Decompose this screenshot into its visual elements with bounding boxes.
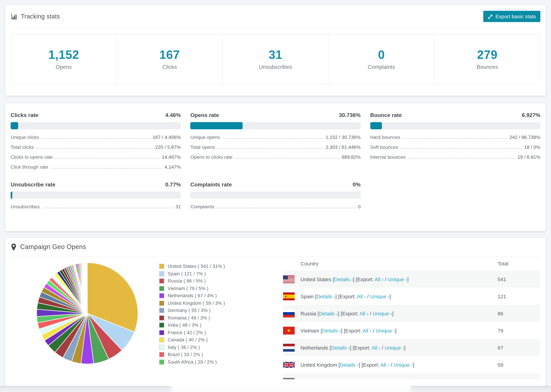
geo-pie-chart[interactable] <box>36 262 139 365</box>
es-flag <box>283 292 295 300</box>
export-unique-link[interactable]: Unique › <box>376 328 395 333</box>
details-link[interactable]: Details › <box>316 293 335 299</box>
rate-row-label: Opens to clicks rate <box>191 154 233 160</box>
details-link[interactable]: Details › <box>340 362 359 368</box>
rate-row-label: Clicks to opens rate <box>11 154 53 160</box>
total-column-header: Total <box>498 261 509 266</box>
legend-swatch <box>159 345 164 350</box>
country-cell: United Kingdom [Details ›] [Export: All … <box>300 362 414 368</box>
legend-swatch <box>159 315 164 321</box>
dotted-leader <box>42 208 173 208</box>
stat-label-unsubscribes: Unsubscribes <box>259 64 292 70</box>
export-all-link[interactable]: All › <box>380 362 389 368</box>
export-unique-link[interactable]: Unique › <box>388 276 407 282</box>
rate-rows: Complaints0 <box>191 204 361 210</box>
rate-row-label: Total clicks <box>11 144 34 150</box>
total-cell: 541 <box>498 276 506 282</box>
total-cell: 55 <box>498 379 503 379</box>
rate-value: 4.46% <box>165 112 181 118</box>
rate-title: Unsubscribe rate <box>11 182 55 188</box>
rate-row-value: 19 / 6.81% <box>517 154 540 160</box>
rate-rows: Unique clicks167 / 4.456%Total clicks220… <box>11 134 181 170</box>
legend-item-united-kingdom: United Kingdom ( 59 / 3% ) <box>159 300 225 307</box>
table-row-russia: Russia [Details ›] [Export: All › / Uniq… <box>283 305 540 322</box>
rate-value: 0% <box>353 182 360 188</box>
tracking-stats-header: Tracking stats Export basic stats <box>5 5 546 28</box>
details-link[interactable]: Details › <box>331 345 350 350</box>
geo-title: Campaign Geo Opens <box>20 243 86 251</box>
table-row-germany: Germany [Details ›] [Export: All › / Uni… <box>283 373 540 379</box>
rate-row-hard-bounces: Hard bounces242 / 86.738% <box>370 134 540 140</box>
rate-head-bounce-rate: Bounce rate6.927% <box>370 112 540 118</box>
stat-value-unsubscribes: 31 <box>269 48 282 62</box>
export-unique-link[interactable]: Unique › <box>370 293 389 299</box>
details-link[interactable]: Details › <box>319 310 338 316</box>
progress-fill <box>11 122 18 129</box>
export-unique-link[interactable]: Unique › <box>394 362 413 368</box>
country-cell: Vietnam [Details ›] [Export: All › / Uni… <box>300 328 396 333</box>
legend-label: Russia ( 86 / 5% ) <box>168 279 206 284</box>
rate-title: Bounce rate <box>370 112 402 118</box>
rate-row-value: 220 / 5.87% <box>155 144 181 150</box>
legend-label: Brazil ( 33 / 2% ) <box>168 352 203 357</box>
stat-label-complaints: Complaints <box>368 64 395 70</box>
progress-bar-complaints-rate <box>191 192 361 199</box>
export-unique-link[interactable]: Unique › <box>385 345 404 350</box>
rate-row-label: Internal bounces <box>370 154 406 160</box>
rate-row-unsubscribes: Unsubscribes31 <box>11 204 181 210</box>
legend-label: France ( 42 / 2% ) <box>168 330 206 335</box>
export-unique-link[interactable]: Unique › <box>373 310 392 316</box>
legend-label: United States ( 541 / 31% ) <box>168 264 225 269</box>
export-all-link[interactable]: All › <box>360 310 368 316</box>
export-basic-stats-button[interactable]: Export basic stats <box>483 11 540 22</box>
legend-swatch <box>159 293 164 298</box>
legend-label: Romania ( 49 / 3% ) <box>168 315 210 321</box>
legend-swatch <box>159 352 164 357</box>
rate-row-value: 2,303 / 61.446% <box>326 144 360 150</box>
legend-swatch <box>159 330 164 335</box>
export-all-link[interactable]: All › <box>363 328 372 333</box>
legend-item-south-africa: South Africa ( 29 / 2% ) <box>159 358 225 366</box>
export-all-link[interactable]: All › <box>372 345 380 350</box>
progress-fill <box>11 192 13 199</box>
legend-item-russia: Russia ( 86 / 5% ) <box>159 277 225 285</box>
country-cell: Netherlands [Details ›] [Export: All › /… <box>300 345 406 350</box>
rate-title: Complaints rate <box>191 182 232 188</box>
page-title: Tracking stats <box>21 13 60 20</box>
star-icon: ★ <box>287 328 291 333</box>
bar-chart-icon <box>11 13 17 20</box>
rate-row-label: Total opens <box>191 144 215 150</box>
table-row-united-kingdom: United Kingdom [Details ›] [Export: All … <box>283 356 540 373</box>
legend-item-vietnam: Vietnam ( 79 / 5% ) <box>159 285 225 292</box>
legend-label: United Kingdom ( 59 / 3% ) <box>168 301 225 306</box>
rate-head-opens-rate: Opens rate30.736% <box>191 112 361 118</box>
rate-row-label: Soft bounces <box>370 144 398 150</box>
rate-row-value: 242 / 86.738% <box>509 134 540 140</box>
details-link[interactable]: Details › <box>334 276 353 282</box>
stat-label-clicks: Clicks <box>162 64 177 70</box>
export-all-link[interactable]: All › <box>375 276 384 282</box>
dotted-leader <box>217 208 356 208</box>
legend-item-united-states: United States ( 541 / 31% ) <box>159 263 225 270</box>
details-link[interactable]: Details › <box>322 328 341 333</box>
total-cell: 67 <box>498 345 503 350</box>
legend-swatch <box>159 264 164 269</box>
dotted-leader <box>217 148 323 149</box>
legend-item-india: India ( 46 / 3% ) <box>159 322 225 329</box>
rate-row-value: 4.147% <box>165 164 181 170</box>
vn-flag: ★ <box>283 327 295 334</box>
rate-row-label: Unique opens <box>191 134 220 140</box>
us-flag <box>283 275 295 283</box>
dotted-leader <box>222 138 323 139</box>
rate-row-value: 18 / 0% <box>524 144 540 150</box>
legend-item-brazil: Brazil ( 33 / 2% ) <box>159 351 225 358</box>
legend-swatch <box>159 301 164 306</box>
legend-swatch <box>159 359 164 365</box>
legend-item-canada: Canada ( 40 / 2% ) <box>159 336 225 343</box>
total-cell: 59 <box>498 362 503 368</box>
export-all-link[interactable]: All › <box>357 293 366 299</box>
table-row-vietnam: ★Vietnam [Details ›] [Export: All › / Un… <box>283 322 540 339</box>
rate-row-value: 1,152 / 30.736% <box>326 134 360 140</box>
stat-label-opens: Opens <box>56 64 72 70</box>
rate-row-label: Click through rate <box>11 164 48 170</box>
